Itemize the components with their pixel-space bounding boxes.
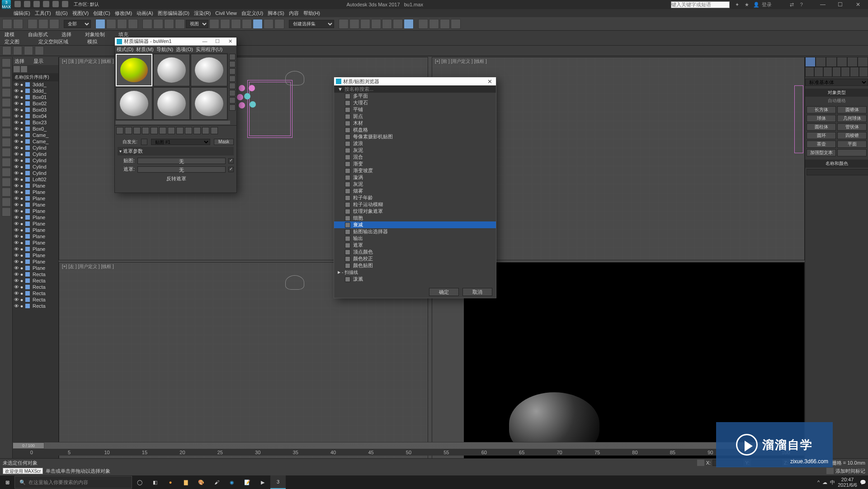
tray-chevron-icon[interactable]: ^ xyxy=(817,480,820,485)
align-button[interactable] xyxy=(349,19,359,29)
placement-button[interactable] xyxy=(175,19,185,29)
scene-node[interactable]: 👁●Plane xyxy=(13,240,58,246)
put-to-lib-button[interactable] xyxy=(168,127,175,134)
browser-close-button[interactable]: ✕ xyxy=(483,78,496,85)
primitive-button[interactable]: 加强型文本 xyxy=(807,149,836,156)
menu-script[interactable]: 脚本(S) xyxy=(268,10,284,17)
maxscript-listener[interactable]: 欢迎使用 MAXScr xyxy=(3,468,43,474)
trackbar[interactable]: 0 / 100 xyxy=(13,442,805,449)
menu-help[interactable]: 帮助(H) xyxy=(303,10,320,17)
ribbon-tab-selection[interactable]: 选择 xyxy=(61,31,71,38)
scene-node[interactable]: 👁●Plane xyxy=(13,214,58,221)
menu-civil[interactable]: Civil View xyxy=(215,10,236,16)
mated-menu-utilities[interactable]: 实用程序(U) xyxy=(196,46,222,53)
lt-4[interactable] xyxy=(2,88,11,97)
sample-slot-5[interactable] xyxy=(153,87,190,120)
scene-display-tab[interactable]: 显示 xyxy=(33,58,43,65)
primitive-button[interactable]: 平面 xyxy=(837,141,867,148)
curve-editor-button[interactable] xyxy=(382,19,392,29)
browser-item[interactable]: 棋盘格 xyxy=(334,127,496,133)
scene-node[interactable]: 👁●Plane xyxy=(13,252,58,259)
3dsmax-taskbar-icon[interactable]: 3 xyxy=(270,475,286,489)
browser-item[interactable]: 遮罩 xyxy=(334,242,496,249)
browser-cancel-button[interactable]: 取消 xyxy=(462,288,492,296)
named-selset-dropdown[interactable]: 创建选择集 xyxy=(289,20,334,28)
maximize-button[interactable]: ☐ xyxy=(832,1,849,8)
display-tab[interactable] xyxy=(847,57,858,67)
menu-modifiers[interactable]: 修改(M) xyxy=(115,10,132,17)
select-rect-button[interactable] xyxy=(117,19,127,29)
pivot-button[interactable] xyxy=(209,19,219,29)
firefox-icon[interactable]: ● xyxy=(163,475,178,489)
scene-node[interactable]: 👁●Box02 xyxy=(13,100,58,107)
app-icon-2[interactable]: 🖌 xyxy=(209,475,224,489)
mated-menu-navigate[interactable]: 导航(N) xyxy=(156,46,173,53)
window-crossing-button[interactable] xyxy=(128,19,138,29)
lt-12[interactable] xyxy=(2,168,11,177)
lt-3[interactable] xyxy=(2,78,11,87)
scene-node[interactable]: 👁●Plane xyxy=(13,246,58,252)
scene-node[interactable]: 👁●Came_ xyxy=(13,138,58,145)
map-enable-check[interactable] xyxy=(228,158,234,164)
menu-customize[interactable]: 自定义(U) xyxy=(241,10,263,17)
qat-more-icon[interactable] xyxy=(62,1,68,7)
assign-material-button[interactable] xyxy=(133,127,141,134)
subtab-2[interactable]: 定义空间区域 xyxy=(38,38,68,45)
go-forward-button[interactable] xyxy=(211,127,218,134)
subtab-3[interactable]: 模拟 xyxy=(87,38,97,45)
lt-14[interactable] xyxy=(2,188,11,197)
sub-cameras[interactable] xyxy=(832,67,841,77)
start-button[interactable]: ⊞ xyxy=(0,475,14,489)
scene-select-tab[interactable]: 选择 xyxy=(14,58,24,65)
scene-node[interactable]: 👁●Loft02 xyxy=(13,176,58,183)
browser-item[interactable]: 顶点颜色 xyxy=(334,249,496,255)
browser-item[interactable]: 木材 xyxy=(334,120,496,127)
go-parent-button[interactable] xyxy=(202,127,209,134)
scene-node[interactable]: 👁●Came_ xyxy=(13,132,58,138)
ribbon-tab-modeling[interactable]: 建模 xyxy=(5,31,14,38)
login-label[interactable]: 登录 xyxy=(762,1,772,8)
scene-node[interactable]: 👁●Cylind xyxy=(13,145,58,151)
close-button[interactable]: ✕ xyxy=(850,1,866,8)
menu-views[interactable]: 视图(V) xyxy=(72,10,89,17)
browser-item[interactable]: 输出 xyxy=(334,235,496,242)
selection-filter-dropdown[interactable]: 全部 xyxy=(64,20,91,28)
primitive-button[interactable]: 管状体 xyxy=(837,123,867,131)
mated-menu-material[interactable]: 材质(M) xyxy=(136,46,154,53)
scene-tb-1[interactable] xyxy=(2,46,11,55)
app-icon-1[interactable]: 🎨 xyxy=(193,475,209,489)
qat-undo-icon[interactable] xyxy=(43,1,49,7)
primitive-button[interactable] xyxy=(837,149,867,156)
user-icon[interactable]: 👤 xyxy=(752,2,760,8)
make-unique-button[interactable] xyxy=(159,127,166,134)
schematic-button[interactable] xyxy=(393,19,403,29)
qat-open-icon[interactable] xyxy=(24,1,30,7)
browser-item[interactable]: 细胞 xyxy=(334,215,496,221)
menu-graph[interactable]: 图形编辑器(D) xyxy=(158,10,189,17)
browser-item[interactable]: 平铺 xyxy=(334,106,496,113)
scene-node[interactable]: 👁●Box03 xyxy=(13,107,58,113)
modify-tab[interactable] xyxy=(816,57,826,67)
menu-edit[interactable]: 编辑(E) xyxy=(14,10,30,17)
hierarchy-tab[interactable] xyxy=(826,57,836,67)
browser-category[interactable]: - 扫描线 xyxy=(334,269,496,276)
lt-10[interactable] xyxy=(2,148,11,157)
auto-grid-check[interactable]: 自动栅格 xyxy=(805,97,868,105)
lock-icon[interactable] xyxy=(697,460,704,466)
mask-rollout-header[interactable]: ▾ 遮罩参数 xyxy=(118,147,234,155)
scene-tb-4[interactable] xyxy=(35,46,44,55)
scene-node[interactable]: 👁●Plane xyxy=(13,183,58,189)
menu-animation[interactable]: 动画(A) xyxy=(137,10,153,17)
lt-8[interactable] xyxy=(2,128,11,137)
mated-max-button[interactable]: ☐ xyxy=(211,38,224,44)
scene-node[interactable]: 👁●Plane xyxy=(13,221,58,227)
geom-category-dropdown[interactable]: 标准基本体 xyxy=(805,79,868,86)
sub-helpers[interactable] xyxy=(841,67,850,77)
edge-icon[interactable]: ◉ xyxy=(224,475,240,489)
help-icon[interactable]: ? xyxy=(797,2,806,7)
browser-item[interactable]: 泼溅 xyxy=(334,276,496,282)
workspace-dropdown[interactable]: 工作区: 默认 xyxy=(74,1,99,8)
browser-item[interactable]: 波浪 xyxy=(334,140,496,147)
browser-item[interactable]: 贴图输出选择器 xyxy=(334,228,496,235)
browser-item[interactable]: 混合 xyxy=(334,154,496,160)
